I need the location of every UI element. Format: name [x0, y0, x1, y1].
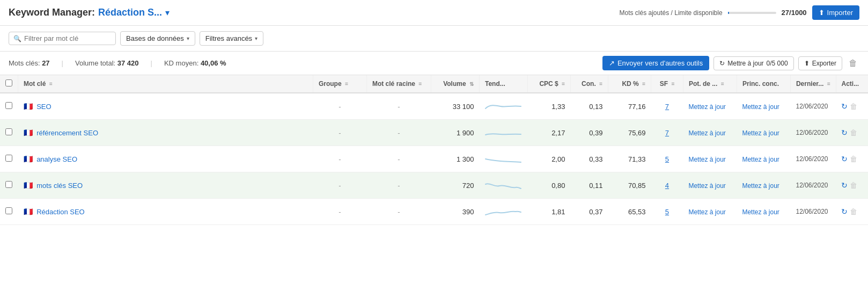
date-cell: 12/06/2020 — [790, 146, 836, 172]
kd-cell: 65,53 — [608, 199, 651, 225]
delete-all-button[interactable]: 🗑 — [847, 56, 859, 70]
sf-link[interactable]: 7 — [665, 103, 669, 111]
filter-bar: 🔍 Bases de données ▾ Filtres avancés ▾ — [0, 26, 868, 52]
delete-row-button[interactable]: 🗑 — [850, 128, 857, 137]
refresh-row-button[interactable]: ↻ — [841, 207, 848, 216]
col-header-com[interactable]: Con. = — [570, 75, 608, 93]
col-header-keyword[interactable]: Mot clé = — [18, 75, 313, 93]
princ-cell: Mettez à jour — [737, 199, 790, 225]
col-header-pot[interactable]: Pot. de ... = — [683, 75, 737, 93]
pot-cell: Mettez à jour — [683, 172, 737, 199]
pot-value[interactable]: Mettez à jour — [688, 182, 725, 190]
sf-link[interactable]: 7 — [665, 129, 669, 137]
group-cell: - — [313, 199, 366, 225]
col-header-action: Acti... — [836, 75, 868, 93]
send-to-tools-button[interactable]: ↗ Envoyer vers d'autres outils — [602, 56, 709, 70]
root-cell: - — [366, 199, 431, 225]
top-bar: Keyword Manager: Rédaction S... ▾ Mots c… — [0, 0, 868, 26]
search-input-wrap: 🔍 — [9, 32, 116, 45]
col-header-sf[interactable]: SF = — [651, 75, 683, 93]
col-header-kd[interactable]: KD % = — [608, 75, 651, 93]
col-header-cpc[interactable]: CPC $ = — [527, 75, 570, 93]
cpc-cell: 1,33 — [527, 93, 570, 120]
sort-icon: = — [418, 81, 422, 87]
pot-cell: Mettez à jour — [683, 120, 737, 146]
date-cell: 12/06/2020 — [790, 120, 836, 146]
action-icons: ↻ 🗑 — [841, 155, 863, 163]
group-cell: - — [313, 120, 366, 146]
update-label: Mettre à jour — [727, 60, 763, 67]
princ-cell: Mettez à jour — [737, 146, 790, 172]
pot-value[interactable]: Mettez à jour — [688, 129, 725, 137]
col-header-root[interactable]: Mot clé racine = — [366, 75, 431, 93]
row-checkbox[interactable] — [5, 155, 12, 162]
search-input[interactable] — [24, 34, 111, 42]
row-checkbox[interactable] — [5, 128, 12, 135]
row-checkbox[interactable] — [5, 181, 12, 188]
princ-value[interactable]: Mettez à jour — [742, 129, 779, 137]
kd-cell: 71,33 — [608, 146, 651, 172]
sort-icon: = — [599, 81, 602, 87]
date-cell: 12/06/2020 — [790, 199, 836, 225]
sf-cell: 4 — [651, 172, 683, 199]
quota-label: Mots clés ajoutés / Limite disponible — [620, 9, 723, 17]
keyword-link[interactable]: Rédaction SEO — [36, 208, 85, 216]
sf-link[interactable]: 5 — [665, 155, 669, 163]
stats-left: Mots clés: 27 | Volume total: 37 420 | K… — [9, 59, 226, 67]
root-cell: - — [366, 146, 431, 172]
col-header-princ: Princ. conc. — [737, 75, 790, 93]
refresh-row-button[interactable]: ↻ — [841, 102, 848, 111]
col-header-group[interactable]: Groupe = — [313, 75, 366, 93]
sf-link[interactable]: 5 — [665, 208, 669, 216]
keyword-link[interactable]: SEO — [36, 103, 51, 111]
com-cell: 0,37 — [570, 199, 608, 225]
advanced-filters-dropdown[interactable]: Filtres avancés ▾ — [200, 31, 263, 46]
send-label: Envoyer vers d'autres outils — [617, 59, 703, 67]
quota-bar-bg — [728, 12, 776, 14]
select-all-checkbox[interactable] — [5, 79, 12, 86]
database-dropdown[interactable]: Bases de données ▾ — [120, 31, 195, 46]
action-cell: ↻ 🗑 — [836, 146, 868, 172]
pot-value[interactable]: Mettez à jour — [688, 156, 725, 163]
chevron-down-icon[interactable]: ▾ — [165, 8, 170, 18]
flag-icon: 🇫🇷 — [24, 207, 33, 216]
sort-icon: = — [671, 81, 674, 87]
chevron-down-icon: ▾ — [255, 35, 258, 41]
row-checkbox-cell — [0, 120, 18, 146]
princ-cell: Mettez à jour — [737, 93, 790, 120]
action-cell: ↻ 🗑 — [836, 120, 868, 146]
keyword-link[interactable]: référencement SEO — [36, 129, 98, 137]
pot-value[interactable]: Mettez à jour — [688, 103, 725, 111]
keyword-link[interactable]: analyse SEO — [36, 155, 77, 163]
delete-row-button[interactable]: 🗑 — [850, 207, 857, 216]
import-button[interactable]: ⬆ Importer — [812, 5, 859, 20]
refresh-row-button[interactable]: ↻ — [841, 155, 848, 163]
keywords-table: Mot clé = Groupe = Mot clé racine = Volu… — [0, 75, 868, 225]
row-checkbox[interactable] — [5, 207, 12, 214]
delete-row-button[interactable]: 🗑 — [850, 181, 857, 190]
date-cell: 12/06/2020 — [790, 93, 836, 120]
princ-value[interactable]: Mettez à jour — [742, 208, 779, 216]
refresh-row-button[interactable]: ↻ — [841, 181, 848, 190]
row-checkbox[interactable] — [5, 102, 12, 109]
sort-icon: = — [49, 81, 53, 87]
import-icon: ⬆ — [819, 9, 825, 17]
flag-icon: 🇫🇷 — [24, 181, 33, 190]
row-checkbox-cell — [0, 146, 18, 172]
keyword-link[interactable]: mots clés SEO — [36, 182, 83, 190]
col-header-last[interactable]: Dernier... = — [790, 75, 836, 93]
princ-cell: Mettez à jour — [737, 120, 790, 146]
refresh-icon: ↻ — [719, 60, 725, 67]
col-header-volume[interactable]: Volume ⇅ — [431, 75, 479, 93]
pot-value[interactable]: Mettez à jour — [688, 208, 725, 216]
princ-value[interactable]: Mettez à jour — [742, 103, 779, 111]
update-button[interactable]: ↻ Mettre à jour 0/5 000 — [713, 56, 793, 70]
delete-row-button[interactable]: 🗑 — [850, 155, 857, 163]
sort-icon: = — [562, 81, 565, 87]
delete-row-button[interactable]: 🗑 — [850, 102, 857, 111]
sf-link[interactable]: 4 — [665, 182, 669, 190]
princ-value[interactable]: Mettez à jour — [742, 156, 779, 163]
refresh-row-button[interactable]: ↻ — [841, 128, 848, 137]
princ-value[interactable]: Mettez à jour — [742, 182, 779, 190]
export-button[interactable]: ⬆ Exporter — [798, 56, 842, 70]
